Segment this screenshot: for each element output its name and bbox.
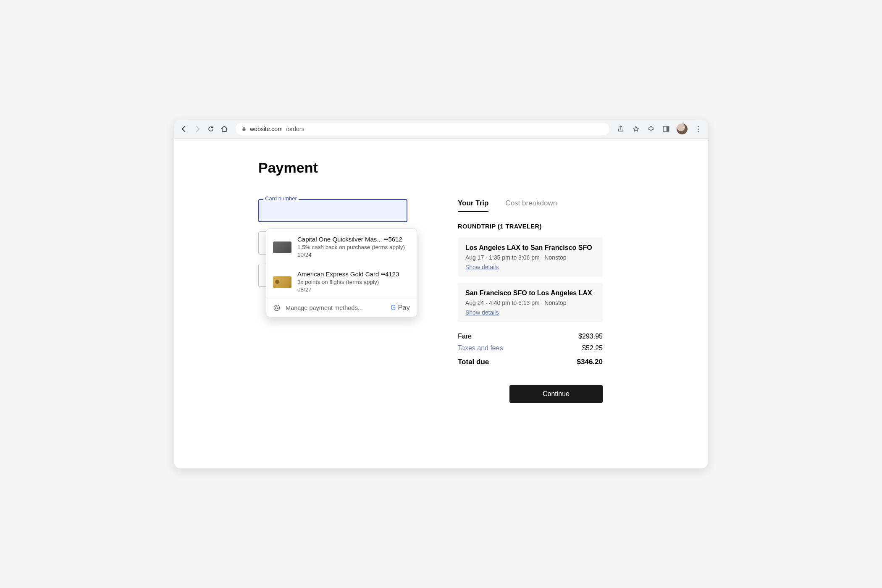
trip-summary: Your Trip Cost breakdown ROUNDTRIP (1 TR…	[458, 199, 603, 403]
manage-payment-link[interactable]: Manage payment methods...	[286, 304, 363, 311]
flight-card: San Francisco SFO to Los Angeles LAX Aug…	[458, 283, 603, 322]
tab-your-trip[interactable]: Your Trip	[458, 199, 488, 212]
card-title: Capital One Quicksilver Mas... ••5612	[297, 236, 405, 243]
show-details-link[interactable]: Show details	[465, 309, 499, 316]
autofill-card-1[interactable]: Capital One Quicksilver Mas... ••5612 1.…	[266, 229, 417, 264]
card-art-icon	[273, 242, 291, 253]
autofill-footer: Manage payment methods... G Pay	[266, 299, 417, 317]
payment-form: Card number Capital One Quicksilver Mas.…	[258, 199, 407, 403]
price-row-fare: Fare $293.95	[458, 331, 603, 342]
svg-rect-2	[667, 126, 669, 131]
tab-cost-breakdown[interactable]: Cost breakdown	[505, 199, 557, 212]
flight-route: San Francisco SFO to Los Angeles LAX	[465, 289, 595, 297]
card-text: Capital One Quicksilver Mas... ••5612 1.…	[297, 236, 405, 258]
fare-label: Fare	[458, 333, 472, 340]
star-icon[interactable]	[631, 124, 640, 134]
share-icon[interactable]	[616, 124, 625, 134]
taxes-value: $52.25	[582, 344, 603, 352]
extensions-icon[interactable]	[646, 124, 656, 134]
home-icon[interactable]	[220, 124, 229, 134]
card-number-field: Card number	[258, 199, 407, 222]
browser-toolbar: website.com/orders	[174, 120, 708, 139]
url-path: /orders	[286, 126, 304, 132]
autofill-card-2[interactable]: American Express Gold Card ••4123 3x poi…	[266, 264, 417, 299]
gpay-logo: G Pay	[391, 304, 410, 312]
kebab-menu-icon[interactable]	[693, 124, 703, 134]
columns: Card number Capital One Quicksilver Mas.…	[258, 199, 624, 403]
total-value: $346.20	[577, 358, 603, 366]
price-row-taxes: Taxes and fees $52.25	[458, 342, 603, 354]
tabs: Your Trip Cost breakdown	[458, 199, 603, 212]
total-label: Total due	[458, 358, 489, 366]
back-icon[interactable]	[179, 124, 189, 134]
browser-window: website.com/orders Payment	[174, 120, 708, 468]
price-row-total: Total due $346.20	[458, 356, 603, 368]
card-expiry: 10/24	[297, 252, 405, 258]
taxes-fees-link[interactable]: Taxes and fees	[458, 344, 503, 352]
chrome-icon	[273, 304, 281, 312]
page-title: Payment	[258, 160, 624, 176]
address-bar[interactable]: website.com/orders	[236, 123, 609, 135]
autofill-popup: Capital One Quicksilver Mas... ••5612 1.…	[266, 228, 417, 317]
card-number-label: Card number	[263, 195, 299, 202]
sidepanel-icon[interactable]	[662, 124, 671, 134]
flight-meta: Aug 24 · 4:40 pm to 6:13 pm · Nonstop	[465, 299, 595, 306]
profile-avatar[interactable]	[677, 123, 688, 134]
toolbar-right	[616, 123, 703, 134]
trip-header: ROUNDTRIP (1 TRAVELER)	[458, 223, 603, 230]
flight-card: Los Angeles LAX to San Francisco SFO Aug…	[458, 237, 603, 277]
card-art-icon	[273, 276, 291, 288]
card-number-input[interactable]	[258, 199, 407, 222]
lock-icon	[242, 126, 247, 132]
page-content: Payment Card number Capital One Quicksil…	[174, 139, 708, 468]
show-details-link[interactable]: Show details	[465, 264, 499, 270]
card-text: American Express Gold Card ••4123 3x poi…	[297, 270, 399, 293]
price-table: Fare $293.95 Taxes and fees $52.25 Total…	[458, 331, 603, 368]
card-title: American Express Gold Card ••4123	[297, 270, 399, 278]
svg-rect-0	[243, 129, 246, 131]
reload-icon[interactable]	[206, 124, 215, 134]
forward-icon[interactable]	[193, 124, 202, 134]
card-benefit: 3x points on flights (terms apply)	[297, 279, 399, 285]
card-expiry: 08/27	[297, 286, 399, 293]
card-benefit: 1.5% cash back on purchase (terms apply)	[297, 244, 405, 250]
flight-meta: Aug 17 · 1:35 pm to 3:06 pm · Nonstop	[465, 254, 595, 261]
continue-button[interactable]: Continue	[509, 385, 603, 403]
url-host: website.com	[250, 126, 283, 132]
flight-route: Los Angeles LAX to San Francisco SFO	[465, 244, 595, 252]
fare-value: $293.95	[578, 333, 603, 340]
svg-point-4	[276, 307, 278, 309]
